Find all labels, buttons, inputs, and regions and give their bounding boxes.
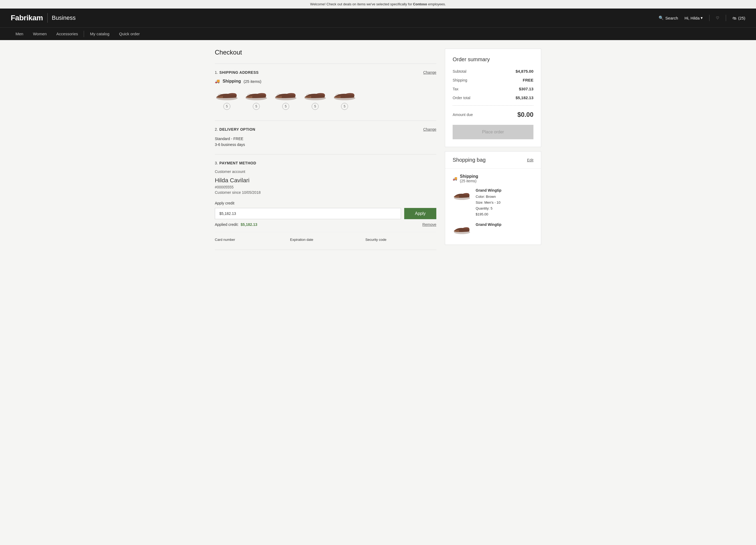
card-fields-row: Card number Expiration date Security cod… [215,232,436,243]
order-summary-box: Order summary Subtotal $4,875.00 Shippin… [445,49,541,147]
section-title-shipping: 1. SHIPPING ADDRESS [215,70,259,75]
header-actions: 🔍 Search Hi, Hilda ▾ ♡ 🛍 (25) [659,15,745,21]
nav-item-my-catalog[interactable]: My catalog [85,28,114,40]
bag-item-1: Grand Wingtip Color: Brown Size: Men's -… [453,187,533,217]
applied-credit-row: Applied credit: $5,182.13 Remove [215,223,436,227]
main-nav: Men Women Accessories My catalog Quick o… [0,27,756,40]
cart-icon: 🛍 [732,16,736,20]
logo-business[interactable]: Business [52,14,76,21]
shipping-change-button[interactable]: Change [423,70,436,75]
user-label: Hi, Hilda [685,16,700,20]
shoe-qty-2: 5 [253,103,260,110]
section-title-payment: 3. PAYMENT METHOD [215,161,256,165]
announcement-text-after: employees. [427,2,446,6]
bag-item-price-1: $195.00 [476,212,501,217]
bag-section: 🚚 Shipping (25 items) Grand [445,169,541,245]
logo-name[interactable]: Fabrikam [11,14,43,22]
heart-icon: ♡ [716,16,719,20]
bag-item-name-1: Grand Wingtip [476,187,501,194]
page-title: Checkout [215,49,436,56]
delivery-info: Standard - FREE 3-6 business days [215,136,436,148]
expiration-label: Expiration date [290,238,361,242]
tax-label: Tax [453,87,459,91]
delivery-change-button[interactable]: Change [423,127,436,132]
security-label: Security code [365,238,436,242]
shipping-row: Shipping FREE [453,78,533,82]
section-title-shipping-text: SHIPPING ADDRESS [219,70,259,75]
shoe-qty-5: 5 [341,103,348,110]
shipping-label: Shipping [453,78,467,82]
nav-item-women[interactable]: Women [28,28,51,40]
card-number-label: Card number [215,238,286,242]
edit-bag-button[interactable]: Edit [527,158,533,162]
wishlist-button[interactable]: ♡ [716,16,719,20]
search-icon: 🔍 [659,16,664,20]
customer-name: Hilda Cavilari [215,177,436,184]
applied-credit-amount: $5,182.13 [241,223,257,227]
section-title-delivery: 2. DELIVERY OPTION [215,127,255,132]
subtotal-label: Subtotal [453,69,466,74]
amount-due-label: Amount due [453,113,473,117]
shoe-qty-4: 5 [312,103,319,110]
logo-group: Fabrikam Business [11,13,76,23]
section-header-delivery: 2. DELIVERY OPTION Change [215,127,436,132]
shoe-image-4 [303,88,327,101]
delivery-days-text: 3-6 business days [215,142,436,148]
applied-credit-label: Applied credit: $5,182.13 [215,223,257,227]
bag-item-color-1: Color: Brown [476,194,501,200]
section-header-shipping: 1. SHIPPING ADDRESS Change [215,70,436,75]
apply-button[interactable]: Apply [404,208,436,219]
customer-id: #00005555 [215,185,436,189]
header: Fabrikam Business 🔍 Search Hi, Hilda ▾ ♡… [0,9,756,27]
announcement-text: Welcome! Check out deals on items we've … [310,2,413,6]
bag-item-quantity-1: Quantity: 5 [476,206,501,212]
chevron-down-icon: ▾ [701,16,703,20]
checkout-right: Order summary Subtotal $4,875.00 Shippin… [445,49,541,245]
shopping-bag-header: Shopping bag Edit [445,152,541,169]
shopping-bag-box: Shopping bag Edit 🚚 Shipping (25 items) [445,151,541,245]
shoe-item-3: 5 [274,88,298,110]
shoe-item-4: 5 [303,88,327,110]
place-order-button[interactable]: Place order [453,125,533,139]
shoe-image-2 [244,88,268,101]
shipping-value: FREE [523,78,533,82]
credit-input[interactable] [215,208,401,219]
shoe-image-1 [215,88,239,101]
apply-credit-label: Apply credit [215,201,436,205]
nav-item-quick-order[interactable]: Quick order [114,28,145,40]
nav-item-men[interactable]: Men [11,28,28,40]
customer-since: Customer since 10/05/2018 [215,190,436,195]
order-summary-title: Order summary [453,56,533,63]
nav-separator [84,31,84,37]
bag-shipping-subtitle: (25 items) [460,179,478,183]
bag-item-image-1 [453,187,471,201]
payment-method-section: 3. PAYMENT METHOD Customer account Hilda… [215,154,436,250]
tax-value: $307.13 [519,87,533,91]
search-button[interactable]: 🔍 Search [659,16,678,20]
nav-item-accessories[interactable]: Accessories [52,28,83,40]
customer-account-label: Customer account [215,170,436,174]
order-total-row: Order total $5,182.13 [453,95,533,100]
header-divider-2 [726,15,726,21]
shipping-label: 🚚 Shipping (25 items) [215,79,436,84]
security-field: Security code [365,238,436,243]
shipping-title-text: Shipping [223,79,241,84]
delivery-option-text: Standard - FREE [215,136,436,142]
announcement-brand: Contoso [413,2,427,6]
checkout-left: Checkout 1. SHIPPING ADDRESS Change 🚚 Sh… [215,49,436,250]
search-label: Search [665,16,678,20]
expiration-field: Expiration date [290,238,361,243]
main-container: Checkout 1. SHIPPING ADDRESS Change 🚚 Sh… [204,40,552,259]
remove-credit-button[interactable]: Remove [422,223,436,227]
order-total-label: Order total [453,96,470,100]
shoe-item-2: 5 [244,88,268,110]
card-number-field: Card number [215,238,286,243]
bag-item-details-2: Grand Wingtip [476,222,501,235]
shipping-address-section: 1. SHIPPING ADDRESS Change 🚚 Shipping (2… [215,64,436,121]
user-menu[interactable]: Hi, Hilda ▾ [685,16,703,20]
summary-divider [453,105,533,106]
bag-item-size-1: Size: Men's - 10 [476,200,501,206]
shoe-image-5 [333,88,357,101]
shoe-qty-1: 5 [223,103,230,110]
cart-button[interactable]: 🛍 (25) [732,16,745,20]
